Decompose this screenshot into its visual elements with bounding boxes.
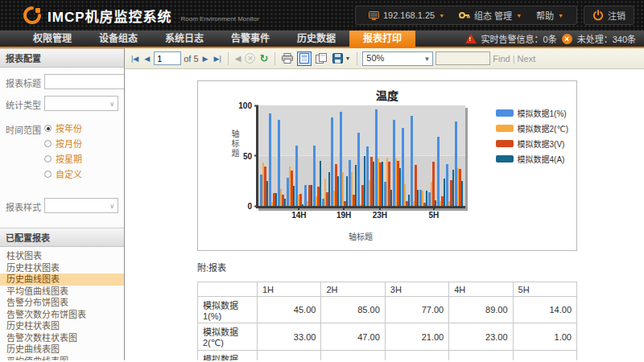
page-number-input[interactable] (154, 51, 181, 65)
nav-tab[interactable]: 告警事件 (217, 31, 283, 47)
stat-type-select[interactable]: ∨ (44, 96, 118, 111)
bar-group (331, 105, 340, 206)
zoom-select[interactable]: 50% ▼ (362, 51, 433, 66)
find-text-input[interactable] (436, 51, 490, 65)
table-row: 模拟数据2(℃)33.0047.0021.0023.001.00 (198, 323, 577, 351)
report-list-item[interactable]: 告警分布饼图表 (0, 297, 124, 309)
x-tick-label: 19H (336, 211, 351, 220)
report-list-item[interactable]: 历史曲线图表 (0, 274, 124, 286)
chevron-down-icon: ∨ (109, 101, 114, 108)
user-menu[interactable]: 组态 管理 ▼ (454, 9, 526, 22)
prev-page-button[interactable]: ◀ (142, 54, 151, 64)
bar (346, 176, 349, 207)
unhandled-alert-icon: × (562, 34, 572, 44)
nav-tab[interactable]: 设备组态 (85, 31, 151, 47)
server-ip-menu[interactable]: 192.168.1.25 ▼ (364, 10, 449, 20)
logout-button[interactable]: 注销 (584, 6, 634, 25)
bar (444, 179, 446, 206)
back-button[interactable]: ◀ (233, 53, 243, 64)
first-page-button[interactable]: |◀ (130, 54, 140, 64)
report-list-item[interactable]: 历史曲线表图 (0, 343, 124, 356)
nav-tab[interactable]: 系统日志 (151, 31, 217, 47)
print-button[interactable] (280, 51, 295, 66)
app-subtitle: Room Environment Monitor (181, 15, 259, 26)
radio-icon (44, 140, 52, 147)
time-range-label: 时间范围 (6, 121, 44, 136)
cancel-button[interactable]: × (245, 53, 255, 64)
page-setup-button[interactable] (314, 51, 328, 66)
radio-icon (44, 125, 52, 132)
chevron-down-icon: ▼ (558, 13, 564, 19)
x-tick-mark (433, 206, 435, 210)
value-cell: 10.00 (258, 351, 321, 361)
nav-tab[interactable]: 历史数据 (283, 31, 349, 47)
bar-group (446, 105, 455, 206)
warning-icon (465, 34, 477, 43)
last-page-button[interactable]: ▶| (212, 54, 222, 64)
report-list-item[interactable]: 历史柱状表图 (0, 320, 124, 332)
x-tick-label: 14H (291, 211, 306, 220)
time-range-option[interactable]: 按年份 (44, 121, 82, 134)
bar-group (411, 105, 419, 206)
next-page-button[interactable]: ▶ (201, 54, 210, 64)
report-list-item[interactable]: 历史柱状图表 (0, 262, 124, 274)
legend-swatch (496, 155, 514, 162)
report-list-item[interactable]: 告警次数柱状表图 (0, 332, 124, 344)
value-cell: 23.00 (449, 323, 513, 351)
bar-group (260, 105, 269, 206)
radio-icon (44, 155, 52, 162)
report-style-select[interactable]: ∨ (44, 198, 118, 213)
value-cell: 85.00 (321, 297, 385, 323)
bar-group (419, 105, 428, 206)
export-button[interactable]: ▼ (331, 51, 352, 66)
print-layout-toggle[interactable] (297, 51, 312, 66)
unhandled-alert-status: 未处理：340条 (577, 32, 636, 45)
toolbar-divider (357, 52, 357, 65)
chart-bars (258, 105, 465, 206)
time-range-option[interactable]: 自定义 (44, 167, 82, 180)
legend-swatch (496, 125, 514, 132)
y-tick-mark (254, 105, 258, 106)
report-page: 温度 轴标题 05010014H19H23H5H 轴标题 模拟数据1(%)模拟数… (125, 69, 644, 360)
find-link[interactable]: Find (493, 54, 510, 64)
table-row: 模拟数据3(V)10.0044.004.0040.002.00 (198, 351, 577, 361)
bar (284, 199, 287, 206)
report-list-item[interactable]: 告警次数分布饼图表 (0, 309, 124, 321)
help-label: 帮助 (536, 9, 554, 22)
temperature-chart: 温度 轴标题 05010014H19H23H5H 轴标题 模拟数据1(%)模拟数… (197, 80, 577, 251)
help-menu[interactable]: 帮助 ▼ (531, 9, 568, 22)
x-tick-mark (298, 206, 299, 210)
report-style-label: 报表样式 (6, 198, 44, 213)
bar-group (437, 105, 446, 206)
toolbar-divider (275, 52, 275, 65)
time-range-option[interactable]: 按月份 (44, 137, 82, 150)
bar-group (340, 105, 349, 206)
legend-item: 模拟数据3(V) (496, 138, 568, 150)
bar (302, 204, 304, 207)
bar (411, 116, 413, 207)
time-range-option[interactable]: 按星期 (44, 152, 82, 165)
legend-label: 模拟数据2(℃) (518, 122, 568, 134)
find-next-link[interactable]: Next (518, 54, 536, 64)
value-cell: 44.00 (321, 351, 385, 361)
attachment-label: 附:报表 (197, 261, 644, 274)
report-list-item[interactable]: 平均值曲线图表 (0, 286, 124, 298)
bar (426, 191, 428, 206)
logo-icon (23, 6, 42, 25)
value-cell: 33.00 (258, 323, 321, 351)
refresh-button[interactable]: ↻ (258, 51, 270, 65)
table-body: 模拟数据1(%)45.0085.0077.0089.0014.00模拟数据2(℃… (198, 297, 577, 361)
report-toolbar: |◀ ◀ of 5 ▶ ▶| ◀ × ↻ (125, 48, 644, 69)
row-label-cell: 模拟数据1(%) (198, 297, 258, 323)
report-list-item[interactable]: 柱状图表 (0, 250, 124, 262)
report-title-input[interactable] (44, 74, 125, 89)
nav-tab[interactable]: 权限管理 (19, 31, 85, 47)
value-cell: 45.00 (258, 297, 321, 323)
value-cell: 40.00 (449, 351, 513, 361)
nav-tab[interactable]: 报表打印 (349, 31, 415, 47)
y-axis-tick: 100 (238, 101, 258, 110)
user-menu-label: 组态 管理 (474, 9, 512, 22)
report-list-item[interactable]: 平均值曲线表图 (0, 356, 124, 361)
bar-group (287, 105, 295, 206)
bar-group (402, 105, 411, 206)
